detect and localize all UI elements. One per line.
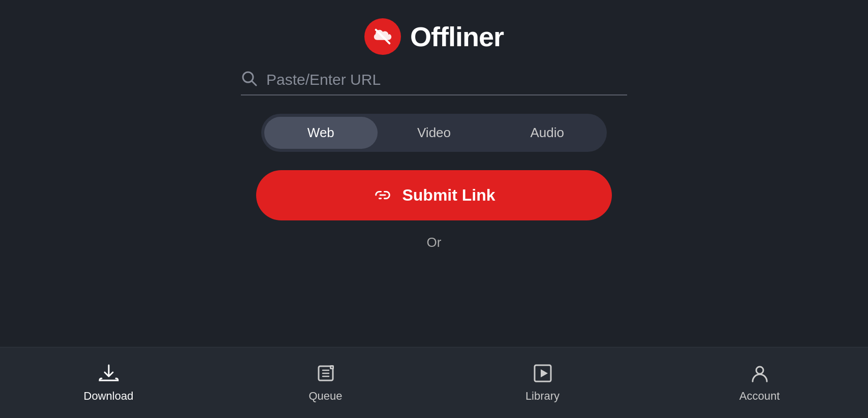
tab-video[interactable]: Video bbox=[378, 117, 491, 149]
app-title: Offliner bbox=[410, 21, 504, 52]
search-bar bbox=[241, 70, 627, 95]
bottom-navigation: Download + Queue Library bbox=[0, 347, 868, 418]
submit-button-label: Submit Link bbox=[402, 186, 495, 205]
nav-label-download: Download bbox=[84, 390, 134, 403]
svg-marker-10 bbox=[541, 369, 548, 377]
download-icon bbox=[99, 363, 119, 385]
search-icon bbox=[241, 70, 258, 89]
submit-link-button[interactable]: Submit Link bbox=[256, 170, 612, 220]
tabs-container: Web Video Audio bbox=[261, 114, 607, 152]
account-icon bbox=[750, 363, 770, 385]
header: Offliner bbox=[364, 0, 504, 70]
app-logo bbox=[364, 18, 401, 55]
nav-item-account[interactable]: Account bbox=[651, 363, 868, 403]
nav-label-account: Account bbox=[739, 390, 780, 403]
nav-item-download[interactable]: Download bbox=[0, 363, 217, 403]
queue-icon: + bbox=[316, 363, 336, 385]
url-input[interactable] bbox=[266, 71, 627, 88]
svg-text:+: + bbox=[331, 366, 333, 369]
svg-line-2 bbox=[252, 81, 257, 86]
tab-web[interactable]: Web bbox=[264, 117, 378, 149]
logo-icon bbox=[372, 26, 393, 47]
or-divider: Or bbox=[427, 235, 442, 250]
nav-label-queue: Queue bbox=[308, 390, 342, 403]
svg-point-11 bbox=[756, 367, 763, 374]
nav-item-library[interactable]: Library bbox=[434, 363, 651, 403]
link-icon bbox=[373, 185, 393, 205]
nav-item-queue[interactable]: + Queue bbox=[217, 363, 434, 403]
tab-audio[interactable]: Audio bbox=[490, 117, 604, 149]
nav-label-library: Library bbox=[525, 390, 560, 403]
library-icon bbox=[533, 363, 553, 385]
